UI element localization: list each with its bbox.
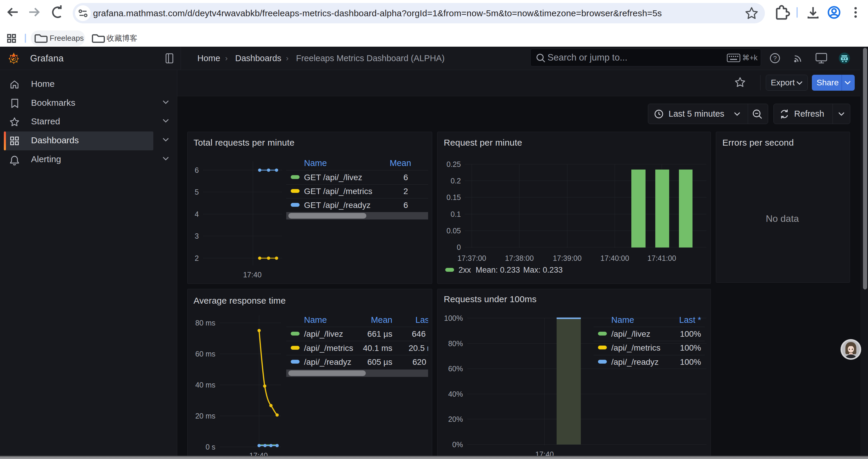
svg-text:0 s: 0 s xyxy=(206,443,215,451)
svg-text:40 ms: 40 ms xyxy=(195,381,215,389)
svg-text:17:38:00: 17:38:00 xyxy=(505,254,533,262)
svg-text:80 ms: 80 ms xyxy=(195,319,215,327)
svg-text:6: 6 xyxy=(195,166,199,174)
svg-text:4: 4 xyxy=(195,210,199,218)
svg-text:100%: 100% xyxy=(444,314,463,322)
svg-text:17:40: 17:40 xyxy=(243,270,262,279)
svg-text:0.15: 0.15 xyxy=(446,193,461,201)
svg-text:0.1: 0.1 xyxy=(451,210,461,218)
svg-text:17:39:00: 17:39:00 xyxy=(553,254,582,262)
svg-text:0: 0 xyxy=(457,243,461,251)
svg-text:2: 2 xyxy=(195,254,199,262)
svg-text:60%: 60% xyxy=(448,364,463,373)
svg-text:?: ? xyxy=(773,55,777,62)
svg-text:60 ms: 60 ms xyxy=(195,350,215,358)
svg-text:0.05: 0.05 xyxy=(446,227,461,235)
svg-text:17:40:00: 17:40:00 xyxy=(600,254,629,262)
svg-text:0.25: 0.25 xyxy=(446,160,461,168)
svg-text:3: 3 xyxy=(195,232,199,240)
svg-text:5: 5 xyxy=(195,188,199,196)
svg-text:0%: 0% xyxy=(452,440,463,449)
svg-text:40%: 40% xyxy=(448,390,463,398)
svg-text:20%: 20% xyxy=(448,415,463,423)
svg-text:0.2: 0.2 xyxy=(451,177,461,185)
svg-text:80%: 80% xyxy=(448,339,463,348)
svg-text:20 ms: 20 ms xyxy=(195,412,215,420)
svg-text:17:37:00: 17:37:00 xyxy=(457,254,486,262)
svg-text:17:41:00: 17:41:00 xyxy=(647,254,676,262)
